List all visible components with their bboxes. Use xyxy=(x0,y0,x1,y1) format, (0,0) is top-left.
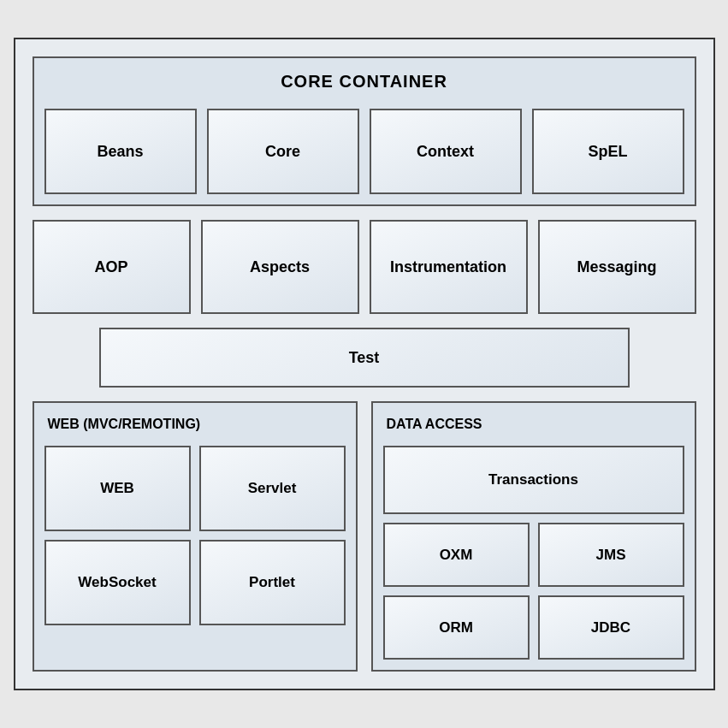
core-box-context: Context xyxy=(370,109,522,194)
core-boxes-row: Beans Core Context SpEL xyxy=(44,109,684,194)
web-section-title: WEB (MVC/REMOTING) xyxy=(44,413,346,437)
data-row-2: ORM JDBC xyxy=(383,595,684,660)
web-box-servlet: Servlet xyxy=(199,446,346,531)
mid-box-messaging: Messaging xyxy=(538,220,696,314)
main-container: CORE CONTAINER Beans Core Context SpEL A… xyxy=(14,38,715,690)
core-container-title: CORE CONTAINER xyxy=(44,68,684,100)
data-box-jms: JMS xyxy=(538,523,684,587)
mid-box-instrumentation: Instrumentation xyxy=(370,220,528,314)
data-grid: Transactions OXM JMS ORM JDBC xyxy=(383,446,684,660)
data-box-jdbc: JDBC xyxy=(538,595,684,660)
data-section-title: DATA ACCESS xyxy=(383,413,684,437)
web-box-websocket: WebSocket xyxy=(44,540,191,625)
core-box-spel: SpEL xyxy=(532,109,684,194)
web-grid: WEB Servlet WebSocket Portlet xyxy=(44,446,346,625)
data-row-1: OXM JMS xyxy=(383,523,684,587)
data-box-transactions: Transactions xyxy=(383,446,684,514)
middle-row: AOP Aspects Instrumentation Messaging xyxy=(33,220,696,314)
core-box-beans: Beans xyxy=(44,109,197,194)
data-box-orm: ORM xyxy=(383,595,530,660)
bottom-row: WEB (MVC/REMOTING) WEB Servlet WebSocket… xyxy=(33,401,696,672)
test-box: Test xyxy=(99,328,630,388)
web-section: WEB (MVC/REMOTING) WEB Servlet WebSocket… xyxy=(33,401,358,672)
mid-box-aop: AOP xyxy=(33,220,191,314)
mid-box-aspects: Aspects xyxy=(201,220,359,314)
core-box-core: Core xyxy=(207,109,359,194)
web-box-portlet: Portlet xyxy=(199,540,346,625)
data-box-oxm: OXM xyxy=(383,523,530,587)
test-row: Test xyxy=(33,328,696,388)
web-box-web: WEB xyxy=(44,446,191,531)
data-access-section: DATA ACCESS Transactions OXM JMS ORM xyxy=(371,401,696,672)
core-container-section: CORE CONTAINER Beans Core Context SpEL xyxy=(33,56,696,206)
